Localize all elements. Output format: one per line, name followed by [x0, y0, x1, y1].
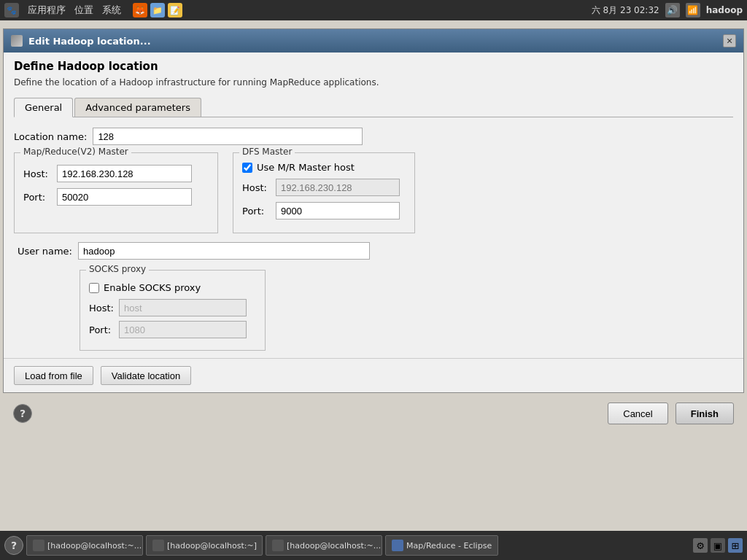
use-mr-host-row: Use M/R Master host	[242, 162, 406, 173]
menu-apps[interactable]: 应用程序	[28, 4, 66, 17]
firefox-icon[interactable]: 🦊	[133, 3, 147, 18]
mr-port-input[interactable]	[57, 188, 192, 206]
hostname: hadoop	[706, 5, 743, 15]
dialog-body: Define Hadoop location Define the locati…	[4, 52, 743, 358]
mr-host-label: Host:	[23, 168, 53, 179]
taskbar-top-right: 六 8月 23 02:32 🔊 📶 hadoop	[592, 3, 743, 18]
taskbar-top-left: 🐾 应用程序 位置 系统 🦊 📁 📝	[4, 3, 182, 18]
taskbar-item-3[interactable]: Map/Reduce - Eclipse	[385, 535, 498, 556]
use-mr-host-label: Use M/R Master host	[257, 162, 355, 173]
titlebar-left: Edit Hadoop location...	[11, 35, 151, 47]
dialog-icon	[11, 35, 23, 47]
monitor-tray-icon[interactable]: ▣	[711, 538, 725, 553]
tab-general[interactable]: General	[14, 98, 73, 117]
finish-button[interactable]: Finish	[676, 402, 734, 424]
username-input[interactable]	[78, 242, 370, 260]
folder-icon[interactable]: 📁	[150, 3, 165, 18]
dialog-title: Edit Hadoop location...	[28, 36, 151, 47]
location-name-row: Location name:	[14, 128, 733, 145]
enable-socks-row: Enable SOCKS proxy	[89, 282, 256, 293]
taskbar-item-label-2: [hadoop@localhost:~...	[287, 541, 381, 551]
use-mr-host-checkbox[interactable]	[242, 163, 252, 173]
taskbar-item-0[interactable]: [hadoop@localhost:~...	[26, 535, 143, 556]
load-from-file-button[interactable]: Load from file	[14, 366, 93, 385]
page-title: Define Hadoop location	[14, 60, 733, 73]
dfs-master-group: DFS Master Use M/R Master host Host: Por…	[233, 152, 415, 233]
location-name-label: Location name:	[14, 131, 87, 142]
username-row: User name:	[14, 242, 733, 260]
top-taskbar: 🐾 应用程序 位置 系统 🦊 📁 📝 六 8月 23 02:32 🔊 📶 had…	[0, 0, 747, 20]
mr-host-row: Host:	[23, 165, 209, 182]
location-name-input[interactable]	[93, 128, 363, 145]
mr-port-row: Port:	[23, 188, 209, 206]
eclipse-icon	[392, 540, 403, 551]
mr-host-input[interactable]	[57, 165, 192, 182]
mr-master-legend: Map/Reduce(V2) Master	[20, 147, 131, 157]
socks-port-row: Port:	[89, 321, 256, 338]
apps-tray-icon[interactable]: ⊞	[728, 538, 743, 553]
validate-location-button[interactable]: Validate location	[101, 366, 191, 385]
settings-tray-icon[interactable]: ⚙	[693, 538, 708, 553]
network-icon[interactable]: 📶	[686, 3, 700, 18]
socks-port-label: Port:	[89, 324, 115, 335]
socks-port-input[interactable]	[119, 321, 247, 338]
close-button[interactable]: ✕	[723, 34, 736, 47]
dfs-master-legend: DFS Master	[239, 147, 295, 157]
dfs-port-row: Port:	[242, 202, 406, 219]
enable-socks-checkbox[interactable]	[89, 283, 99, 293]
tab-advanced[interactable]: Advanced parameters	[74, 98, 201, 117]
username-label: User name:	[14, 246, 72, 257]
page-subtitle: Define the location of a Hadoop infrastr…	[14, 77, 733, 88]
dialog-window: Edit Hadoop location... ✕ Define Hadoop …	[3, 28, 744, 393]
dialog-action-row: ? Cancel Finish	[3, 397, 744, 430]
terminal-icon-2	[272, 540, 284, 551]
taskbar-item-2[interactable]: [hadoop@localhost:~...	[266, 535, 382, 556]
dfs-port-input[interactable]	[276, 202, 400, 219]
columns-section: Map/Reduce(V2) Master Host: Port: DFS Ma…	[14, 152, 733, 233]
socks-host-label: Host:	[89, 303, 115, 314]
taskbar-item-label-3: Map/Reduce - Eclipse	[406, 541, 492, 551]
terminal-icon-0	[33, 540, 44, 551]
menu-location[interactable]: 位置	[74, 4, 93, 17]
text-editor-icon[interactable]: 📝	[168, 3, 182, 18]
taskbar-item-label-1: [hadoop@localhost:~]	[167, 541, 257, 551]
system-icon: 🐾	[4, 3, 19, 18]
socks-group: SOCKS proxy Enable SOCKS proxy Host: Por…	[80, 270, 266, 351]
tabs: General Advanced parameters	[14, 98, 733, 117]
dfs-host-row: Host:	[242, 179, 406, 196]
dfs-host-input[interactable]	[276, 179, 400, 196]
bottom-taskbar: ? [hadoop@localhost:~... [hadoop@localho…	[0, 531, 747, 560]
dialog-titlebar: Edit Hadoop location... ✕	[4, 29, 743, 52]
socks-host-row: Host:	[89, 299, 256, 316]
desktop: Edit Hadoop location... ✕ Define Hadoop …	[0, 20, 747, 531]
help-button[interactable]: ?	[13, 404, 32, 423]
taskbar-help-button[interactable]: ?	[4, 536, 23, 555]
socks-host-input[interactable]	[119, 299, 247, 316]
cancel-button[interactable]: Cancel	[608, 402, 667, 424]
dfs-host-label: Host:	[242, 182, 271, 193]
dfs-port-label: Port:	[242, 206, 271, 217]
datetime: 六 8月 23 02:32	[592, 4, 659, 17]
taskbar-item-1[interactable]: [hadoop@localhost:~]	[146, 535, 263, 556]
mr-master-group: Map/Reduce(V2) Master Host: Port:	[14, 152, 218, 233]
terminal-icon-1	[152, 540, 164, 551]
enable-socks-label: Enable SOCKS proxy	[104, 282, 201, 293]
volume-icon[interactable]: 🔊	[665, 3, 680, 18]
dialog-footer: Load from file Validate location	[4, 358, 743, 392]
socks-legend: SOCKS proxy	[86, 264, 149, 274]
menu-system[interactable]: 系统	[102, 4, 121, 17]
taskbar-item-label-0: [hadoop@localhost:~...	[47, 541, 142, 551]
mr-port-label: Port:	[23, 192, 53, 203]
